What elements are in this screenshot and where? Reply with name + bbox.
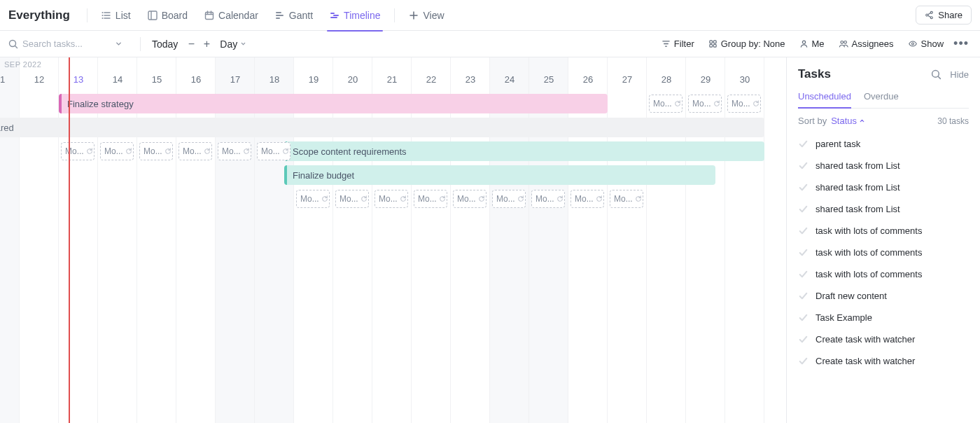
day-header-cell[interactable]: 19 — [294, 74, 333, 85]
recurring-pill[interactable]: Mo... — [335, 190, 369, 208]
day-header-cell[interactable]: 18 — [255, 74, 294, 85]
day-header-cell[interactable]: 28 — [647, 74, 686, 85]
recurring-pill[interactable]: Mo... — [453, 190, 486, 208]
task-item[interactable]: shared task from List — [798, 198, 969, 220]
view-tab-timeline[interactable]: Timeline — [321, 0, 388, 31]
svg-point-16 — [911, 43, 913, 45]
sidebar-tab-overdue[interactable]: Overdue — [864, 91, 899, 108]
day-header-cell[interactable]: 14 — [98, 74, 137, 85]
check-icon — [798, 269, 808, 279]
task-item[interactable]: Task Example — [798, 307, 969, 328]
day-header-cell[interactable]: 11 — [0, 74, 20, 85]
assignees-button[interactable]: Assignees — [832, 39, 901, 49]
timeline-bar[interactable]: Scope content requirements — [284, 141, 764, 161]
sort-selector[interactable]: Status — [831, 116, 865, 126]
view-tab-list[interactable]: List — [93, 0, 139, 31]
day-header-cell[interactable]: 16 — [176, 74, 216, 85]
recurring-pill[interactable]: Mo... — [727, 95, 761, 113]
task-item[interactable]: task with lots of comments — [798, 242, 969, 263]
day-header-cell[interactable]: 30 — [725, 74, 764, 85]
scale-selector[interactable]: Day — [214, 39, 252, 50]
more-button[interactable]: ••• — [951, 36, 972, 51]
share-button[interactable]: Share — [916, 6, 972, 25]
task-item[interactable]: Draft new content — [798, 285, 969, 307]
day-header-cell[interactable]: 23 — [451, 74, 490, 85]
search-input[interactable] — [22, 39, 106, 49]
zoom-out-button[interactable]: − — [183, 36, 199, 52]
show-button[interactable]: Show — [901, 39, 951, 49]
timeline-area[interactable]: SEP 2022 1112131415161718192021222324252… — [0, 57, 787, 423]
view-tab-board[interactable]: Board — [139, 0, 196, 31]
search-icon — [8, 39, 18, 49]
day-header-cell[interactable]: 29 — [686, 74, 725, 85]
recurring-pill[interactable]: Mo... — [100, 142, 134, 160]
task-item[interactable]: task with lots of comments — [798, 220, 969, 242]
view-tab-calendar[interactable]: Calendar — [196, 0, 267, 31]
me-button[interactable]: Me — [792, 39, 832, 49]
sidebar-search-icon[interactable] — [931, 69, 941, 80]
hide-button[interactable]: Hide — [950, 69, 969, 80]
svg-point-2 — [102, 18, 103, 19]
recurring-pill[interactable]: Mo... — [610, 190, 643, 208]
day-header-cell[interactable]: 20 — [333, 74, 372, 85]
recurring-pill[interactable]: Mo... — [531, 190, 565, 208]
today-button[interactable]: Today — [146, 39, 183, 50]
check-icon — [798, 226, 808, 236]
task-item[interactable]: Create task with watcher — [798, 350, 969, 372]
day-header-cell[interactable]: 21 — [372, 74, 412, 85]
add-view-button[interactable]: View — [400, 0, 452, 31]
recurring-pill[interactable]: Mo... — [218, 142, 251, 160]
view-tab-label: Board — [162, 10, 188, 21]
day-header-cell[interactable]: 25 — [529, 74, 568, 85]
day-header-cell[interactable]: 17 — [216, 74, 255, 85]
day-header-cell[interactable]: 15 — [137, 74, 176, 85]
task-item[interactable]: Create task with watcher — [798, 328, 969, 350]
day-header-cell[interactable]: 27 — [608, 74, 647, 85]
task-item-label: Create task with watcher — [816, 356, 915, 366]
view-tab-label: Calendar — [218, 10, 258, 21]
recurring-pill[interactable]: Mo... — [688, 95, 722, 113]
day-header-cell[interactable]: 22 — [412, 74, 451, 85]
day-header-cell[interactable]: 24 — [490, 74, 529, 85]
recurring-pill[interactable]: Mo... — [492, 190, 526, 208]
recurring-pill[interactable]: Mo... — [178, 142, 212, 160]
task-item[interactable]: shared task from List — [798, 155, 969, 176]
check-icon — [798, 139, 808, 149]
recurring-pill[interactable]: Mo... — [296, 190, 330, 208]
view-tab-gantt[interactable]: Gantt — [267, 0, 321, 31]
timeline-bar[interactable]: Finalize strategy — [59, 94, 608, 113]
eye-icon — [908, 39, 918, 48]
add-view-label: View — [423, 10, 444, 21]
today-indicator — [69, 57, 70, 423]
recurring-pill[interactable]: Mo... — [61, 142, 94, 160]
recurring-pill[interactable]: Mo... — [649, 95, 682, 113]
task-item[interactable]: parent task — [798, 133, 969, 155]
search-dropdown-chevron-icon[interactable] — [115, 40, 122, 48]
day-header-cell[interactable]: 26 — [568, 74, 608, 85]
refresh-icon — [478, 195, 485, 202]
recurring-pill[interactable]: Mo... — [570, 190, 604, 208]
person-icon — [799, 39, 808, 48]
timeline-bar[interactable]: shared — [0, 118, 764, 137]
recurring-pill[interactable]: Mo... — [414, 190, 447, 208]
filter-button[interactable]: Filter — [654, 39, 701, 49]
svg-rect-9 — [710, 41, 713, 43]
zoom-in-button[interactable]: + — [199, 36, 214, 52]
day-header-cell[interactable]: 13 — [59, 74, 98, 85]
svg-rect-12 — [713, 44, 716, 47]
check-icon — [798, 356, 808, 366]
recurring-pill[interactable]: Mo... — [374, 190, 408, 208]
recurring-pill[interactable]: Mo... — [139, 142, 173, 160]
day-header-cell[interactable]: 12 — [20, 74, 59, 85]
sidebar-tab-unscheduled[interactable]: Unscheduled — [798, 91, 851, 109]
timeline-icon — [330, 11, 340, 20]
task-item[interactable]: shared task from List — [798, 176, 969, 198]
check-icon — [798, 291, 808, 301]
svg-rect-10 — [713, 41, 716, 43]
task-item[interactable]: task with lots of comments — [798, 263, 969, 285]
recurring-pill[interactable]: Mo... — [257, 142, 290, 160]
timeline-bar[interactable]: Finalize budget — [284, 165, 715, 185]
assignees-label: Assignees — [852, 39, 894, 49]
scale-label: Day — [220, 39, 237, 50]
groupby-button[interactable]: Group by: None — [701, 39, 792, 49]
